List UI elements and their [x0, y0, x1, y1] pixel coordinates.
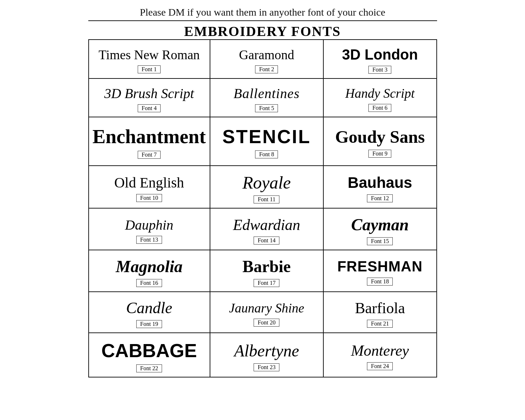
font-badge-23: Font 23 — [254, 363, 279, 371]
font-cell-2: Garamond Font 2 — [210, 40, 324, 78]
font-cell-10: Old English Font 10 — [89, 166, 210, 208]
table-row: Times New Roman Font 1 Garamond Font 2 3… — [89, 40, 437, 78]
font-cell-22: CABBAGE Font 22 — [89, 333, 210, 377]
table-row: Enchantment Font 7 STENCIL Font 8 Goudy … — [89, 117, 437, 166]
font-name-20: Jaunary Shine — [214, 300, 320, 316]
font-cell-9: Goudy Sans Font 9 — [323, 117, 436, 166]
font-badge-14: Font 14 — [254, 237, 279, 245]
font-cell-20: Jaunary Shine Font 20 — [210, 292, 324, 333]
font-cell-8: STENCIL Font 8 — [210, 117, 324, 166]
font-cell-5: Ballentines Font 5 — [210, 78, 324, 117]
font-name-3: 3D London — [327, 47, 432, 63]
font-name-13: Dauphin — [93, 217, 206, 233]
font-name-11: Royale — [214, 173, 320, 193]
font-name-19: Candle — [93, 299, 206, 317]
font-cell-15: Cayman Font 15 — [323, 208, 436, 250]
font-cell-14: Edwardian Font 14 — [210, 208, 324, 250]
font-name-8: STENCIL — [214, 126, 320, 148]
font-name-16: Magnolia — [93, 257, 206, 276]
font-cell-23: Albertyne Font 23 — [210, 333, 324, 377]
main-title: EMBROIDERY FONTS — [184, 23, 341, 39]
font-name-5: Ballentines — [214, 85, 320, 101]
font-cell-6: Handy Script Font 6 — [323, 78, 436, 117]
font-cell-12: Bauhaus Font 12 — [323, 166, 436, 208]
table-row: 3D Brush Script Font 4 Ballentines Font … — [89, 78, 437, 117]
font-cell-11: Royale Font 11 — [210, 166, 324, 208]
font-cell-24: Monterey Font 24 — [323, 333, 436, 377]
font-name-6: Handy Script — [327, 86, 432, 101]
font-name-14: Edwardian — [214, 216, 320, 234]
font-name-18: FRESHMAN — [327, 258, 432, 275]
fonts-table: Times New Roman Font 1 Garamond Font 2 3… — [88, 39, 437, 377]
font-badge-22: Font 22 — [136, 364, 162, 372]
font-cell-7: Enchantment Font 7 — [89, 117, 210, 166]
font-badge-21: Font 21 — [367, 320, 393, 328]
font-name-22: CABBAGE — [93, 340, 206, 362]
font-badge-20: Font 20 — [254, 319, 279, 327]
table-row: Dauphin Font 13 Edwardian Font 14 Cayman… — [89, 208, 437, 250]
font-name-2: Garamond — [214, 47, 320, 62]
font-badge-12: Font 12 — [367, 194, 393, 202]
font-name-24: Monterey — [327, 342, 432, 359]
font-name-23: Albertyne — [214, 341, 320, 360]
font-badge-11: Font 11 — [254, 195, 279, 203]
font-cell-3: 3D London Font 3 — [323, 40, 436, 78]
font-name-1: Times New Roman — [93, 47, 206, 62]
font-badge-4: Font 4 — [138, 104, 161, 112]
font-badge-17: Font 17 — [254, 279, 279, 287]
font-cell-17: Barbie Font 17 — [210, 250, 324, 292]
font-cell-19: Candle Font 19 — [89, 292, 210, 333]
font-cell-4: 3D Brush Script Font 4 — [89, 78, 210, 117]
font-name-7: Enchantment — [93, 125, 206, 148]
font-badge-19: Font 19 — [136, 320, 162, 328]
font-badge-5: Font 5 — [255, 104, 278, 112]
font-badge-16: Font 16 — [136, 279, 162, 287]
table-row: Candle Font 19 Jaunary Shine Font 20 Bar… — [89, 292, 437, 333]
font-name-17: Barbie — [214, 257, 320, 276]
font-cell-16: Magnolia Font 16 — [89, 250, 210, 292]
font-name-4: 3D Brush Script — [93, 85, 206, 101]
font-badge-2: Font 2 — [255, 65, 278, 73]
font-name-21: Barfiola — [327, 299, 432, 317]
font-name-12: Bauhaus — [327, 174, 432, 191]
font-badge-7: Font 7 — [138, 151, 161, 159]
divider — [88, 20, 437, 21]
table-row: Old English Font 10 Royale Font 11 Bauha… — [89, 166, 437, 208]
font-badge-3: Font 3 — [368, 66, 391, 74]
font-cell-21: Barfiola Font 21 — [323, 292, 436, 333]
font-cell-18: FRESHMAN Font 18 — [323, 250, 436, 292]
table-row: Magnolia Font 16 Barbie Font 17 FRESHMAN… — [89, 250, 437, 292]
font-badge-6: Font 6 — [368, 104, 391, 112]
font-badge-18: Font 18 — [367, 278, 393, 286]
table-row: CABBAGE Font 22 Albertyne Font 23 Monter… — [89, 333, 437, 377]
font-badge-8: Font 8 — [255, 150, 278, 158]
font-name-10: Old English — [93, 174, 206, 191]
font-badge-24: Font 24 — [367, 362, 393, 370]
font-badge-15: Font 15 — [367, 237, 393, 245]
font-badge-9: Font 9 — [368, 150, 391, 158]
font-badge-1: Font 1 — [138, 65, 161, 73]
font-cell-1: Times New Roman Font 1 — [89, 40, 210, 78]
font-name-9: Goudy Sans — [327, 127, 432, 147]
font-badge-13: Font 13 — [136, 236, 162, 244]
font-cell-13: Dauphin Font 13 — [89, 208, 210, 250]
font-name-15: Cayman — [327, 215, 432, 234]
font-badge-10: Font 10 — [136, 194, 162, 202]
top-message: Please DM if you want them in anyother f… — [140, 7, 385, 18]
